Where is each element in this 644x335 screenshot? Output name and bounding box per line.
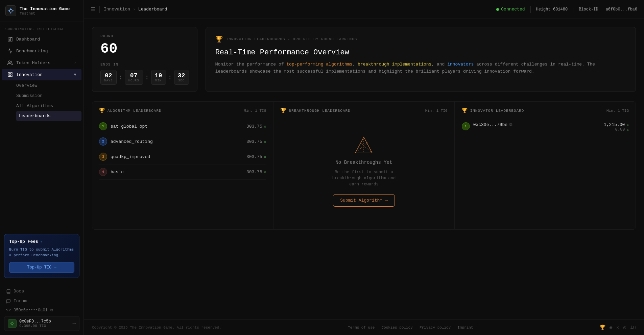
recycle-icon-2: ♻	[264, 139, 266, 144]
countdown-sec: 32 SEC	[174, 70, 189, 85]
book-icon	[6, 289, 11, 294]
sidebar-item-token-holders[interactable]: Token Holders ›	[2, 57, 81, 69]
block-id-label: Block-ID	[579, 7, 598, 12]
highlight-innovators: innovators	[447, 62, 474, 67]
round-number: 60	[100, 41, 189, 57]
innovation-chevron: ∨	[74, 73, 76, 77]
innov-lb-header: 🏆 INNOVATOR LEADERBOARD Min. 1 TIG	[462, 108, 629, 113]
twitter-icon[interactable]: ✕	[616, 325, 619, 330]
app-logo: The Innovation Game Testnet	[0, 0, 84, 22]
home-icon	[7, 36, 13, 42]
round-card: ROUND 60 ENDS IN 02 DAYS : 07 HOURS : 19	[92, 27, 197, 92]
overview-description: Monitor the performance of top-performin…	[215, 61, 626, 75]
linkedin-icon[interactable]: in	[630, 325, 636, 330]
sec-value: 32	[178, 72, 185, 79]
algo-score-4: 303.75 ♻	[246, 170, 266, 175]
submit-algorithm-button[interactable]: Submit Algorithm →	[333, 194, 395, 207]
forum-label: Forum	[14, 299, 27, 304]
benchmarking-label: Benchmarking	[16, 49, 48, 54]
countdown-days: 02 DAYS	[100, 70, 117, 85]
sidebar-item-forum[interactable]: Forum	[4, 296, 79, 306]
block-height: Height 601480	[536, 7, 568, 12]
countdown: 02 DAYS : 07 HOURS : 19 MIN : 32	[100, 70, 189, 85]
innov-lb-min: Min. 1 TIG	[606, 109, 629, 113]
sidebar-toggle[interactable]: ☰	[91, 6, 95, 13]
days-value: 02	[104, 72, 113, 79]
sidebar-item-overview[interactable]: Overview	[16, 81, 81, 91]
svg-point-3	[8, 61, 10, 62]
connected-label: Connected	[501, 7, 525, 12]
hours-unit: HOURS	[128, 79, 139, 82]
days-unit: DAYS	[104, 79, 113, 82]
topbar-divider	[99, 6, 100, 13]
tetrahedron-icon	[354, 135, 374, 156]
sidebar-item-submission[interactable]: Submission	[16, 91, 81, 101]
wallet-info: 0x0eFD...7c5b 9,395.00 TIG	[19, 319, 70, 328]
connected-dot	[496, 8, 499, 11]
breadcrumb-current: Leaderboard	[138, 7, 167, 12]
trophy-footer-icon[interactable]: 🏆	[600, 325, 605, 330]
ends-in-label: ENDS IN	[100, 62, 189, 67]
rank-badge-1: 1	[99, 122, 107, 130]
copy-innovator-icon[interactable]: ⧉	[509, 123, 512, 127]
all-algorithms-label: All Algorithms	[16, 103, 53, 108]
recycle-icon-1: ♻	[264, 124, 266, 129]
break-lb-icon: 🏆	[280, 108, 286, 113]
dashboard-label: Dashboard	[16, 37, 40, 42]
algo-lb-header: 🏆 ALGORITHM LEADERBOARD Min. 1 TIG	[99, 108, 266, 113]
innov-lb-icon: 🏆	[462, 108, 468, 113]
algo-lb-min: Min. 1 TIG	[244, 109, 266, 113]
recycle-icon-4: ♻	[264, 170, 266, 174]
recycle-icon-innov: ♻	[626, 123, 629, 127]
social-icon-1[interactable]: ◉	[610, 325, 612, 330]
table-row: 3 quadkp_improved 303.75 ♻	[99, 149, 266, 164]
sidebar-item-docs[interactable]: Docs	[4, 286, 79, 296]
terms-link[interactable]: Terms of use	[348, 326, 375, 330]
sidebar-item-dashboard[interactable]: Dashboard	[2, 33, 81, 45]
overview-tag: INNOVATION LEADERBOARDS - ORDERED BY ROU…	[226, 37, 357, 41]
block-id: Block-ID a6f0b0...fba6	[579, 7, 637, 12]
rank-badge-2: 2	[99, 137, 107, 146]
connection-status: Connected	[496, 7, 525, 12]
sidebar-item-all-algorithms[interactable]: All Algorithms	[16, 101, 81, 111]
submission-label: Submission	[16, 93, 43, 98]
main-content: ☰ Innovation › Leaderboard Connected Hei…	[84, 0, 644, 335]
logo-icon	[5, 5, 16, 16]
cookies-link[interactable]: Cookies policy	[381, 326, 412, 330]
innov-score-main: 1,215.00 ♻	[604, 122, 629, 127]
countdown-sep-1: :	[119, 74, 123, 81]
sidebar-item-benchmarking[interactable]: Benchmarking	[2, 45, 81, 57]
overview-title: Real-Time Performance Overview	[215, 48, 626, 57]
docs-label: Docs	[14, 289, 24, 294]
algo-score-2: 303.75 ♻	[246, 139, 266, 144]
algo-score-3: 303.75 ♻	[246, 154, 266, 159]
logo-text: The Innovation Game Testnet	[20, 6, 70, 16]
sidebar-bottom: Docs Forum 350c6e••••0a01 ⧉ 0x0eFD...7c5…	[0, 282, 84, 335]
copy-address-icon[interactable]: ⧉	[50, 308, 53, 313]
leaderboards-label: Leaderboards	[19, 113, 51, 119]
topup-button[interactable]: Top-Up TIG →	[9, 262, 74, 273]
sidebar-item-leaderboards[interactable]: Leaderboards	[16, 111, 81, 121]
token-holders-label: Token Holders	[16, 60, 50, 66]
wallet-exit-icon[interactable]: →	[72, 320, 76, 327]
countdown-sep-3: :	[168, 74, 172, 81]
innovation-label: Innovation	[16, 72, 43, 77]
users-icon	[7, 60, 13, 66]
min-value: 19	[155, 72, 162, 79]
sidebar-nav: Coordinating Intelligence Dashboard Benc…	[0, 22, 84, 230]
algorithm-leaderboard: 🏆 ALGORITHM LEADERBOARD Min. 1 TIG 1 sat…	[92, 102, 273, 229]
hours-value: 07	[128, 72, 139, 79]
sec-unit: SEC	[178, 79, 185, 82]
discord-icon[interactable]: ◎	[623, 325, 626, 330]
privacy-link[interactable]: Privacy policy	[420, 326, 451, 330]
sidebar: The Innovation Game Testnet Coordinating…	[0, 0, 84, 335]
app-title: The Innovation Game	[20, 6, 70, 11]
innov-score-sub: 0.00 ♻	[604, 127, 629, 132]
token-holders-chevron: ›	[74, 61, 76, 65]
app-network: Testnet	[20, 11, 70, 16]
sidebar-item-innovation[interactable]: Innovation ∨	[2, 69, 81, 80]
no-data-title: No Breakthroughs Yet	[335, 160, 392, 165]
height-label: Height	[536, 7, 551, 12]
imprint-link[interactable]: Imprint	[457, 326, 473, 330]
leaderboard-section: 🏆 ALGORITHM LEADERBOARD Min. 1 TIG 1 sat…	[92, 101, 636, 230]
